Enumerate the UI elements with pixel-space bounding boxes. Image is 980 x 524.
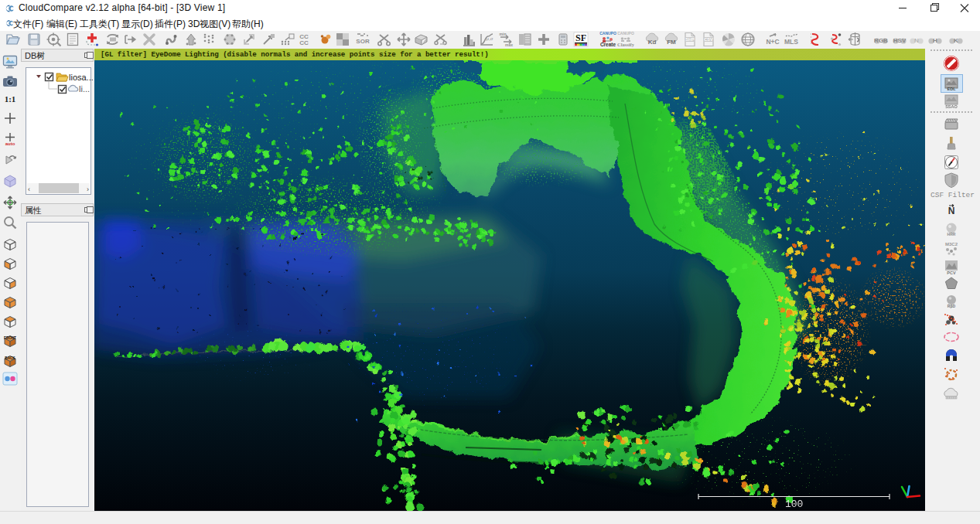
svg-text:HSV: HSV	[893, 37, 907, 44]
svg-text:Create: Create	[600, 42, 616, 47]
svg-text:auto: auto	[5, 141, 15, 146]
svg-text:μ,σ: μ,σ	[487, 36, 493, 41]
svg-text:Kd: Kd	[648, 39, 657, 46]
svg-text:M3C2: M3C2	[945, 242, 958, 247]
svg-text:FM: FM	[667, 39, 676, 46]
svg-text:CSV: CSV	[704, 37, 713, 42]
svg-text:RβD: RβD	[948, 304, 956, 308]
svg-text:H: H	[933, 37, 937, 44]
svg-text:K: K	[954, 37, 958, 44]
svg-text:1:1: 1:1	[5, 94, 16, 104]
svg-text:BACK: BACK	[5, 356, 15, 360]
svg-text:100: 100	[785, 498, 803, 510]
svg-text:MLS: MLS	[784, 38, 798, 46]
svg-text:HRR: HRR	[948, 232, 956, 236]
svg-text:CC: CC	[299, 39, 309, 46]
svg-text:SHP: SHP	[685, 37, 695, 42]
svg-text:N: N	[948, 206, 955, 216]
svg-text:SSAO: SSAO	[945, 104, 958, 109]
svg-text:liosa...: liosa...	[69, 73, 93, 82]
svg-text:min: min	[500, 32, 507, 36]
svg-text:max: max	[505, 43, 513, 47]
svg-text:Classify: Classify	[617, 42, 634, 47]
svg-text:SOR: SOR	[356, 38, 370, 45]
svg-text:li...: li...	[79, 84, 90, 94]
svg-text:N+C: N+C	[766, 38, 779, 46]
svg-text:N: N	[914, 37, 919, 44]
svg-text:SF: SF	[575, 32, 586, 43]
svg-text:RGB: RGB	[874, 37, 888, 44]
svg-text:CANUPO: CANUPO	[617, 31, 634, 36]
svg-text:CANUPO: CANUPO	[599, 31, 616, 36]
svg-text:FRONT: FRONT	[4, 336, 16, 340]
